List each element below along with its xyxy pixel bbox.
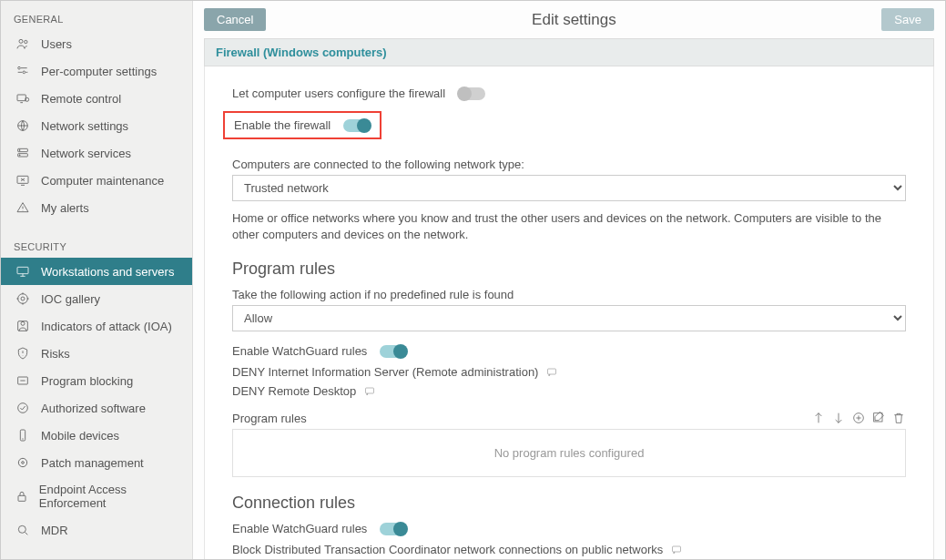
settings-icon — [14, 64, 32, 78]
sidebar-label: IOC gallery — [41, 292, 100, 306]
enable-firewall-highlight: Enable the firewall — [223, 111, 381, 139]
sidebar: GENERAL Users Per-computer settings Remo… — [1, 1, 193, 559]
svg-point-9 — [19, 150, 20, 151]
content: Firewall (Windows computers) Let compute… — [193, 38, 945, 559]
sidebar-item-mdr[interactable]: MDR — [1, 516, 192, 544]
sidebar-label: Program blocking — [41, 374, 133, 388]
enable-wg-toggle[interactable] — [380, 345, 407, 358]
svg-point-0 — [19, 39, 23, 43]
patch-icon — [14, 455, 32, 470]
sidebar-item-program-blocking[interactable]: Program blocking — [1, 367, 192, 394]
sidebar-item-per-computer[interactable]: Per-computer settings — [1, 57, 192, 85]
svg-point-10 — [19, 155, 20, 156]
program-rules-toolbar: Program rules — [232, 411, 906, 425]
cancel-button[interactable]: Cancel — [204, 8, 266, 31]
sidebar-label: Indicators of attack (IOA) — [41, 320, 172, 333]
svg-point-21 — [22, 462, 25, 464]
sidebar-item-users[interactable]: Users — [1, 30, 192, 57]
svg-rect-22 — [18, 495, 25, 501]
sidebar-item-network-settings[interactable]: Network settings — [1, 112, 192, 139]
rule-text: DENY Remote Desktop — [232, 384, 356, 398]
globe-icon — [14, 118, 32, 133]
row-let-users: Let computer users configure the firewal… — [232, 87, 906, 100]
sidebar-label: Users — [41, 37, 72, 51]
panel-firewall-body: Let computer users configure the firewal… — [204, 66, 934, 559]
sidebar-item-authorized[interactable]: Authorized software — [1, 394, 192, 422]
enable-wg2-label: Enable WatchGuard rules — [232, 522, 367, 535]
comment-icon[interactable] — [670, 545, 683, 555]
sidebar-label: Remote control — [41, 92, 121, 106]
sidebar-section-general: GENERAL — [1, 6, 192, 30]
sidebar-item-mobile[interactable]: Mobile devices — [1, 422, 192, 449]
panel-firewall-header[interactable]: Firewall (Windows computers) — [204, 38, 934, 66]
mobile-icon — [14, 428, 32, 443]
row-enable-wg: Enable WatchGuard rules — [232, 344, 906, 358]
person-shield-icon — [14, 319, 32, 333]
sidebar-label: Patch management — [41, 456, 144, 470]
svg-point-18 — [18, 403, 28, 413]
alert-icon — [14, 200, 32, 215]
sidebar-item-my-alerts[interactable]: My alerts — [1, 194, 192, 221]
svg-rect-20 — [16, 456, 28, 468]
svg-rect-4 — [17, 95, 25, 101]
program-rules-label: Program rules — [232, 412, 307, 425]
shield-alert-icon — [14, 346, 32, 361]
delete-icon[interactable] — [891, 411, 906, 425]
block-icon — [14, 373, 32, 388]
sidebar-item-maintenance[interactable]: Computer maintenance — [1, 167, 192, 194]
svg-point-15 — [21, 321, 25, 325]
sidebar-item-workstations[interactable]: Workstations and servers — [1, 258, 192, 285]
sidebar-label: Endpoint Access Enforcement — [39, 483, 179, 510]
sidebar-item-ioa[interactable]: Indicators of attack (IOA) — [1, 312, 192, 340]
enable-firewall-toggle[interactable] — [343, 119, 371, 132]
default-action-label: Take the following action if no predefin… — [232, 288, 906, 301]
row-enable-wg2: Enable WatchGuard rules — [232, 522, 906, 535]
comment-icon[interactable] — [545, 367, 558, 378]
let-users-label: Let computer users configure the firewal… — [232, 87, 445, 100]
sidebar-label: Network services — [41, 147, 131, 160]
network-type-label: Computers are connected to the following… — [232, 158, 906, 171]
sidebar-label: Network settings — [41, 119, 128, 133]
add-icon[interactable] — [851, 411, 866, 425]
sidebar-label: Workstations and servers — [41, 265, 174, 279]
edit-icon[interactable] — [871, 411, 886, 425]
program-rules-empty: No program rules configured — [232, 429, 906, 477]
comment-icon[interactable] — [363, 386, 376, 397]
network-type-select[interactable]: Trusted network — [232, 175, 906, 201]
save-button[interactable]: Save — [881, 8, 934, 31]
connection-rules-title: Connection rules — [232, 494, 906, 513]
default-action-select[interactable]: Allow — [232, 305, 906, 331]
move-down-icon[interactable] — [831, 411, 846, 425]
sidebar-item-patch[interactable]: Patch management — [1, 449, 192, 476]
sidebar-label: MDR — [41, 524, 68, 537]
check-circle-icon — [14, 401, 32, 415]
svg-rect-25 — [366, 388, 374, 393]
svg-point-13 — [18, 294, 28, 304]
sidebar-label: My alerts — [41, 201, 89, 215]
monitor-x-icon — [14, 173, 32, 188]
rule-deny-rd: DENY Remote Desktop — [232, 384, 906, 398]
let-users-toggle[interactable] — [458, 87, 485, 100]
sidebar-label: Risks — [41, 347, 70, 361]
enable-wg-label: Enable WatchGuard rules — [232, 344, 367, 358]
sidebar-item-remote-control[interactable]: Remote control — [1, 85, 192, 112]
move-up-icon[interactable] — [811, 411, 826, 425]
sidebar-item-network-services[interactable]: Network services — [1, 139, 192, 167]
sidebar-section-security: SECURITY — [1, 234, 192, 258]
sidebar-item-risks[interactable]: Risks — [1, 340, 192, 367]
remote-icon — [14, 91, 32, 106]
target-icon — [14, 291, 32, 306]
enable-wg2-toggle[interactable] — [380, 523, 407, 535]
rule-text: Block Distributed Transaction Coordinato… — [232, 543, 663, 556]
enable-firewall-label: Enable the firewall — [234, 118, 331, 132]
search-shield-icon — [14, 523, 32, 537]
sidebar-label: Computer maintenance — [41, 174, 164, 188]
server-icon — [14, 146, 32, 160]
users-icon — [14, 36, 32, 51]
sidebar-item-endpoint-access[interactable]: Endpoint Access Enforcement — [1, 476, 192, 516]
workstation-icon — [14, 264, 32, 279]
svg-rect-24 — [548, 369, 556, 374]
sidebar-item-ioc[interactable]: IOC gallery — [1, 285, 192, 312]
sidebar-label: Authorized software — [41, 402, 146, 415]
lock-icon — [14, 489, 30, 504]
